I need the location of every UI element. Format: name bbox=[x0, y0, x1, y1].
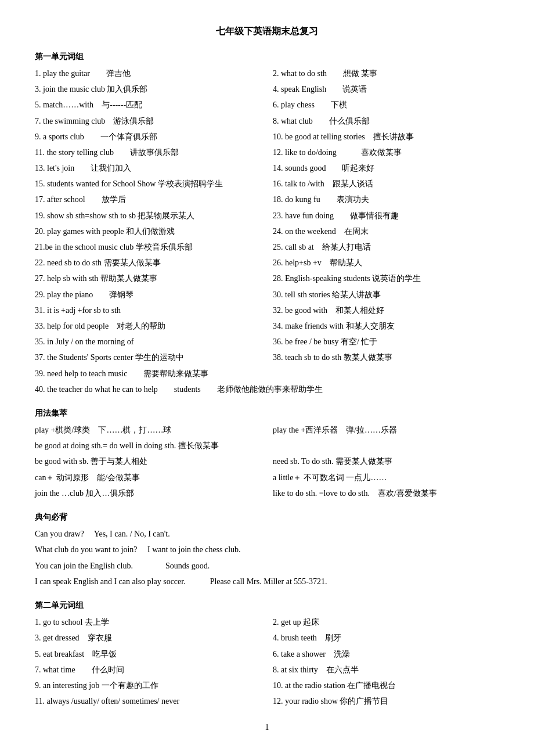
usage-item-right: need sb. To do sth. 需要某人做某事 bbox=[267, 454, 499, 469]
vocab-item-right: 36. be free / be busy 有空/ 忙于 bbox=[267, 334, 499, 349]
vocab-item-right: 8. what club 什么俱乐部 bbox=[267, 114, 499, 128]
vocab-item-left: 9. a sports club 一个体育俱乐部 bbox=[35, 129, 267, 144]
vocab-item-left: 39. need help to teach music 需要帮助来做某事 bbox=[35, 366, 267, 381]
vocab-item-left: 11. always /usually/ often/ sometimes/ n… bbox=[35, 694, 267, 708]
vocab-item-left: 7. the swimming club 游泳俱乐部 bbox=[35, 114, 267, 128]
vocab-item-right: 23. have fun doing 做事情很有趣 bbox=[267, 208, 499, 223]
vocab-item-left: 1. go to school 去上学 bbox=[35, 615, 267, 629]
vocab-item-left: 13. let's join 让我们加入 bbox=[35, 161, 267, 175]
usage-item-left: can＋ 动词原形 能/会做某事 bbox=[35, 470, 267, 485]
sentences-title: 典句必背 bbox=[35, 510, 499, 524]
vocab-item-right: 4. speak English 说英语 bbox=[267, 82, 499, 96]
vocab-item-right: 28. English-speaking students 说英语的学生 bbox=[267, 271, 499, 286]
usage-item-right: like to do sth. =love to do sth. 喜欢/喜爱做某… bbox=[267, 486, 499, 501]
vocab-row: 19. show sb sth=show sth to sb 把某物展示某人 2… bbox=[35, 208, 499, 223]
vocab-item-left: 5. match……with 与------匹配 bbox=[35, 98, 267, 112]
vocab-row: 33. help for old people 对老人的帮助 34. make … bbox=[35, 319, 499, 333]
vocab-item-right: 12. like to do/doing 喜欢做某事 bbox=[267, 145, 499, 160]
vocab-item-right: 6. play chess 下棋 bbox=[267, 98, 499, 112]
vocab-item-left: 7. what time 什么时间 bbox=[35, 663, 267, 677]
vocab-item-left: 19. show sb sth=show sth to sb 把某物展示某人 bbox=[35, 208, 267, 223]
vocab-item-left: 35. in July / on the morning of bbox=[35, 334, 267, 349]
vocab-item-right: 8. at six thirty 在六点半 bbox=[267, 663, 499, 677]
vocab-row: 9. a sports club 一个体育俱乐部 10. be good at … bbox=[35, 129, 499, 144]
vocab-item-right: 2. what to do sth 想做 某事 bbox=[267, 66, 499, 81]
vocab-row: 7. the swimming club 游泳俱乐部 8. what club … bbox=[35, 114, 499, 128]
vocab-item-left: 9. an interesting job 一个有趣的工作 bbox=[35, 678, 267, 693]
vocab-row: 1. go to school 去上学 2. get up 起床 bbox=[35, 615, 499, 629]
vocab-item-right bbox=[267, 366, 499, 381]
vocab-row: 11. the story telling club 讲故事俱乐部 12. li… bbox=[35, 145, 499, 160]
vocab-item-right: 4. brush teeth 刷牙 bbox=[267, 631, 499, 645]
vocab-row: 37. the Students' Sports center 学生的运动中 3… bbox=[35, 350, 499, 365]
vocab-item-left: 20. play games with people 和人们做游戏 bbox=[35, 224, 267, 239]
vocab-row: 31. it is +adj +for sb to sth 32. be goo… bbox=[35, 303, 499, 318]
vocab-row: 20. play games with people 和人们做游戏 24. on… bbox=[35, 224, 499, 239]
vocab-row: 5. eat breakfast 吃早饭 6. take a shower 洗澡 bbox=[35, 647, 499, 661]
usage-row: be good with sb. 善于与某人相处 need sb. To do … bbox=[35, 454, 499, 469]
vocab-item-left: 21.be in the school music club 学校音乐俱乐部 bbox=[35, 240, 267, 254]
vocab-row: 13. let's join 让我们加入 14. sounds good 听起来… bbox=[35, 161, 499, 175]
vocab-item-right: 12. your radio show 你的广播节目 bbox=[267, 694, 499, 708]
usage-item-right: play the +西洋乐器 弹/拉……乐器 bbox=[267, 423, 499, 437]
section1-title: 第一单元词组 bbox=[35, 49, 499, 64]
vocab-item-right: 10. be good at telling stories 擅长讲故事 bbox=[267, 129, 499, 144]
vocab-row: 27. help sb with sth 帮助某人做某事 28. English… bbox=[35, 271, 499, 286]
usage-row: join the …club 加入…俱乐部 like to do sth. =l… bbox=[35, 486, 499, 501]
usage-row: play +棋类/球类 下……棋，打……球 play the +西洋乐器 弹/拉… bbox=[35, 423, 499, 437]
vocab-item-right: 25. call sb at 给某人打电话 bbox=[267, 240, 499, 254]
vocab-row: 15. students wanted for School Show 学校表演… bbox=[35, 177, 499, 191]
vocab-item-left: 11. the story telling club 讲故事俱乐部 bbox=[35, 145, 267, 160]
vocab-row: 22. need sb to do sth 需要某人做某事 26. help+s… bbox=[35, 255, 499, 270]
page-number: 1 bbox=[35, 720, 499, 735]
vocab-item-right: 18. do kung fu 表演功夫 bbox=[267, 192, 499, 207]
vocab-item-left: 17. after school 放学后 bbox=[35, 192, 267, 207]
sentence-row: You can join the English club. Sounds go… bbox=[35, 559, 499, 573]
vocab-row: 29. play the piano 弹钢琴 30. tell sth stor… bbox=[35, 287, 499, 302]
usage-section: 用法集萃 play +棋类/球类 下……棋，打……球 play the +西洋乐… bbox=[35, 406, 499, 501]
vocab-row: 1. play the guitar 弹吉他 2. what to do sth… bbox=[35, 66, 499, 81]
vocab-row: 5. match……with 与------匹配 6. play chess 下… bbox=[35, 98, 499, 112]
sentence-row: What club do you want to join? I want to… bbox=[35, 542, 499, 557]
vocab-row: 7. what time 什么时间 8. at six thirty 在六点半 bbox=[35, 663, 499, 677]
vocab-item-right: 2. get up 起床 bbox=[267, 615, 499, 629]
vocab-item-right: 16. talk to /with 跟某人谈话 bbox=[267, 177, 499, 191]
vocab-row: 11. always /usually/ often/ sometimes/ n… bbox=[35, 694, 499, 708]
sentence-row: Can you draw? Yes, I can. / No, I can't. bbox=[35, 527, 499, 541]
vocab-row: 39. need help to teach music 需要帮助来做某事 bbox=[35, 366, 499, 381]
vocab-item-left: 27. help sb with sth 帮助某人做某事 bbox=[35, 271, 267, 286]
vocab-row-single: 40. the teacher do what he can to help s… bbox=[35, 382, 499, 397]
vocab-item-right: 38. teach sb to do sth 教某人做某事 bbox=[267, 350, 499, 365]
vocab-row: 35. in July / on the morning of 36. be f… bbox=[35, 334, 499, 349]
vocab-item-right: 6. take a shower 洗澡 bbox=[267, 647, 499, 661]
vocab-item-right: 30. tell sth stories 给某人讲故事 bbox=[267, 287, 499, 302]
usage-row: can＋ 动词原形 能/会做某事 a little＋ 不可数名词 一点儿…… bbox=[35, 470, 499, 485]
usage-item-left: join the …club 加入…俱乐部 bbox=[35, 486, 267, 501]
sentence-row: I can speak English and I can also play … bbox=[35, 574, 499, 589]
vocab-item-left: 5. eat breakfast 吃早饭 bbox=[35, 647, 267, 661]
usage-item-left: be good at doing sth.= do well in doing … bbox=[35, 438, 499, 453]
vocab-item-left: 3. get dressed 穿衣服 bbox=[35, 631, 267, 645]
vocab-item-right: 24. on the weekend 在周末 bbox=[267, 224, 499, 239]
vocab-item-right: 26. help+sb +v 帮助某人 bbox=[267, 255, 499, 270]
vocab-item-left: 29. play the piano 弹钢琴 bbox=[35, 287, 267, 302]
vocab-row: 3. join the music club 加入俱乐部 4. speak En… bbox=[35, 82, 499, 96]
usage-item-left: be good with sb. 善于与某人相处 bbox=[35, 454, 267, 469]
vocab-row: 17. after school 放学后 18. do kung fu 表演功夫 bbox=[35, 192, 499, 207]
usage-row: be good at doing sth.= do well in doing … bbox=[35, 438, 499, 453]
vocab-row: 21.be in the school music club 学校音乐俱乐部 2… bbox=[35, 240, 499, 254]
vocab-item-left: 22. need sb to do sth 需要某人做某事 bbox=[35, 255, 267, 270]
vocab-item-right: 10. at the radio station 在广播电视台 bbox=[267, 678, 499, 693]
page-title: 七年级下英语期末总复习 bbox=[35, 23, 499, 40]
vocab-item-left: 37. the Students' Sports center 学生的运动中 bbox=[35, 350, 267, 365]
vocab-item-left: 15. students wanted for School Show 学校表演… bbox=[35, 177, 267, 191]
vocab-row: 9. an interesting job 一个有趣的工作 10. at the… bbox=[35, 678, 499, 693]
vocab-item-left: 33. help for old people 对老人的帮助 bbox=[35, 319, 267, 333]
vocab-item-left: 3. join the music club 加入俱乐部 bbox=[35, 82, 267, 96]
sentences-section: 典句必背 Can you draw? Yes, I can. / No, I c… bbox=[35, 510, 499, 589]
usage-item-right: a little＋ 不可数名词 一点儿…… bbox=[267, 470, 499, 485]
usage-title: 用法集萃 bbox=[35, 406, 499, 420]
section2-title: 第二单元词组 bbox=[35, 598, 499, 613]
vocab-item-left: 1. play the guitar 弹吉他 bbox=[35, 66, 267, 81]
vocab-row: 3. get dressed 穿衣服 4. brush teeth 刷牙 bbox=[35, 631, 499, 645]
